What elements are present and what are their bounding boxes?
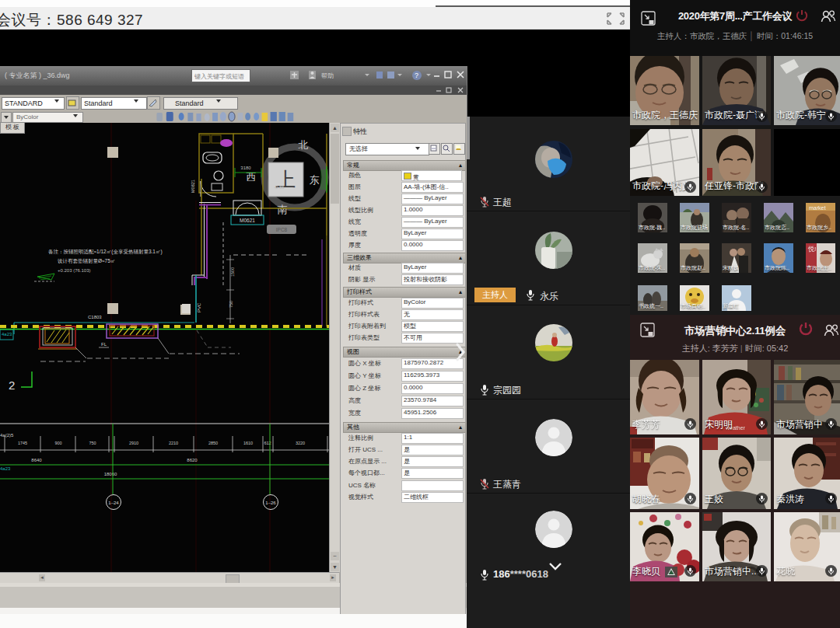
svg-text:1610: 1610 [243, 441, 253, 445]
svg-text:1745: 1745 [18, 441, 27, 445]
svg-text:IPC8: IPC8 [276, 227, 288, 232]
svg-text:4a23: 4a23 [2, 332, 12, 337]
svg-text:4a(2)5: 4a(2)5 [0, 433, 14, 438]
svg-text:悦!: 悦! [807, 246, 816, 253]
svg-text:900: 900 [54, 441, 61, 445]
svg-text:750: 750 [89, 441, 96, 445]
svg-text:8620: 8620 [187, 458, 198, 462]
svg-text:3180: 3180 [240, 166, 251, 170]
svg-text:备注：按辐照明适配≈1/12㎡(全享受热辐射量3.1㎡): 备注：按辐照明适配≈1/12㎡(全享受热辐射量3.1㎡) [48, 249, 163, 255]
svg-text:1–26: 1–26 [265, 501, 276, 505]
svg-text:北: 北 [299, 139, 309, 151]
svg-text:设计有套垫辐射量Ø≈75㎡: 设计有套垫辐射量Ø≈75㎡ [58, 258, 115, 264]
svg-text:750: 750 [229, 301, 233, 308]
svg-text:market: market [809, 205, 825, 211]
svg-text:4a23: 4a23 [0, 466, 11, 471]
svg-text:+0.203 (76.103): +0.203 (76.103) [58, 268, 91, 273]
svg-text:FL: FL [101, 342, 107, 347]
svg-text:PVC: PVC [197, 302, 201, 312]
svg-text:2: 2 [9, 379, 15, 392]
svg-text:-0.85: -0.85 [274, 185, 285, 190]
svg-text:帮助: 帮助 [321, 72, 334, 79]
svg-text:南: 南 [278, 204, 288, 215]
svg-text:东: 东 [310, 174, 320, 186]
svg-text:8640: 8640 [31, 458, 42, 462]
svg-text:M0621: M0621 [240, 218, 255, 223]
svg-text:2210: 2210 [169, 441, 178, 445]
svg-text:3220: 3220 [296, 441, 305, 445]
svg-text:1500: 1500 [230, 267, 235, 277]
svg-text:2850: 2850 [208, 441, 218, 445]
svg-text:C1803: C1803 [88, 315, 102, 319]
svg-text:?: ? [415, 72, 418, 79]
svg-text:1–24: 1–24 [108, 501, 119, 505]
svg-text:M0821: M0821 [191, 180, 195, 193]
svg-text:18060: 18060 [104, 472, 117, 476]
svg-text:2910: 2910 [129, 441, 138, 445]
